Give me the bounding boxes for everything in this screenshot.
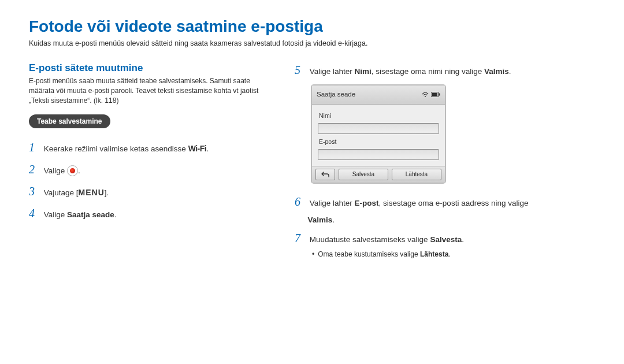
step-7: 7 Muudatuste salvestamiseks valige Salve… — [295, 227, 537, 249]
step-number: 1 — [29, 136, 42, 158]
name-input[interactable] — [318, 123, 439, 134]
bullet-bold: Lähtesta — [420, 250, 448, 258]
step-bold: Nimi — [355, 67, 372, 76]
step-text: Keerake režiimi valimise ketas asendisse — [44, 144, 188, 153]
step-number: 7 — [295, 227, 307, 249]
step-number: 3 — [29, 180, 42, 202]
step-text: ]. — [105, 188, 109, 197]
wifi-label: Wi-Fi — [188, 144, 207, 153]
screenshot-body: Nimi E-post — [312, 105, 445, 166]
step-6: 6 Valige lahter E-post, sisestage oma e-… — [295, 191, 537, 228]
steps-right: 5 Valige lahter Nimi, sisestage oma nimi… — [295, 59, 537, 261]
step-text: . — [509, 67, 511, 76]
step-text: Valige — [44, 166, 67, 175]
device-screenshot: Saatja seade Nimi E-post Salv — [311, 84, 446, 184]
step-3: 3 Vajutage [MENU]. — [29, 180, 272, 202]
steps-left: 1 Keerake režiimi valimise ketas asendis… — [29, 136, 272, 224]
step-7-bullet: Oma teabe kustutamiseks valige Lähtesta. — [312, 249, 537, 260]
field-label-name: Nimi — [319, 110, 439, 122]
battery-icon — [431, 92, 440, 97]
svg-point-0 — [425, 96, 426, 97]
wifi-icon — [422, 92, 429, 98]
step-number: 6 — [295, 191, 307, 213]
reset-button[interactable]: Lähtesta — [392, 169, 441, 180]
bullet-text: . — [448, 250, 450, 258]
step-text: , sisestage oma nimi ning valige — [372, 67, 484, 76]
step-bold: Valmis — [308, 216, 333, 224]
left-column: E-posti sätete muutmine E-posti menüüs s… — [29, 59, 272, 261]
screenshot-title: Saatja seade — [317, 88, 355, 101]
svg-rect-2 — [432, 93, 437, 96]
email-input[interactable] — [318, 149, 439, 160]
step-text: Valige — [44, 210, 67, 219]
content-columns: E-posti sätete muutmine E-posti menüüs s… — [29, 59, 537, 261]
step-5: 5 Valige lahter Nimi, sisestage oma nimi… — [295, 59, 537, 81]
email-app-icon — [67, 165, 78, 176]
svg-rect-3 — [439, 94, 440, 96]
back-button[interactable] — [315, 169, 335, 180]
step-number: 4 — [29, 202, 42, 224]
subsection-pill: Teabe salvestamine — [29, 114, 110, 128]
status-icons — [422, 92, 440, 98]
step-bold: Valmis — [484, 67, 509, 76]
save-button[interactable]: Salvesta — [339, 169, 388, 180]
back-arrow-icon — [321, 172, 329, 177]
section-paragraph: E-posti menüüs saab muuta sätteid teabe … — [29, 76, 272, 105]
step-2: 2 Valige . — [29, 158, 272, 180]
step-4: 4 Valige Saatja seade. — [29, 202, 272, 224]
right-column: 5 Valige lahter Nimi, sisestage oma nimi… — [295, 59, 537, 261]
section-heading: E-posti sätete muutmine — [29, 62, 272, 74]
step-text: Valige lahter — [310, 199, 355, 207]
step-bold: E-post — [355, 199, 379, 207]
step-text: Valige lahter — [310, 67, 355, 76]
step-bold: Salvesta — [430, 235, 462, 244]
step-text: . — [462, 235, 464, 244]
step-1: 1 Keerake režiimi valimise ketas asendis… — [29, 136, 272, 158]
step-text: , sisestage oma e-posti aadress ning val… — [379, 199, 529, 207]
step-number: 2 — [29, 158, 42, 180]
step-text: . — [332, 216, 335, 224]
step-text: . — [114, 210, 117, 219]
menu-button-label: MENU — [79, 188, 105, 197]
screenshot-footer: Salvesta Lähtesta — [312, 166, 445, 183]
step-number: 5 — [295, 59, 307, 81]
page-title: Fotode või videote saatmine e-postiga — [29, 17, 537, 36]
step-text: Vajutage [ — [44, 188, 79, 197]
screenshot-header: Saatja seade — [312, 86, 445, 105]
page-subtitle: Kuidas muuta e-posti menüüs olevaid sätt… — [29, 39, 537, 47]
bullet-text: Oma teabe kustutamiseks valige — [312, 250, 420, 258]
step-text: Muudatuste salvestamiseks valige — [310, 235, 430, 244]
step-bold: Saatja seade — [67, 210, 114, 219]
field-label-email: E-post — [319, 136, 439, 148]
